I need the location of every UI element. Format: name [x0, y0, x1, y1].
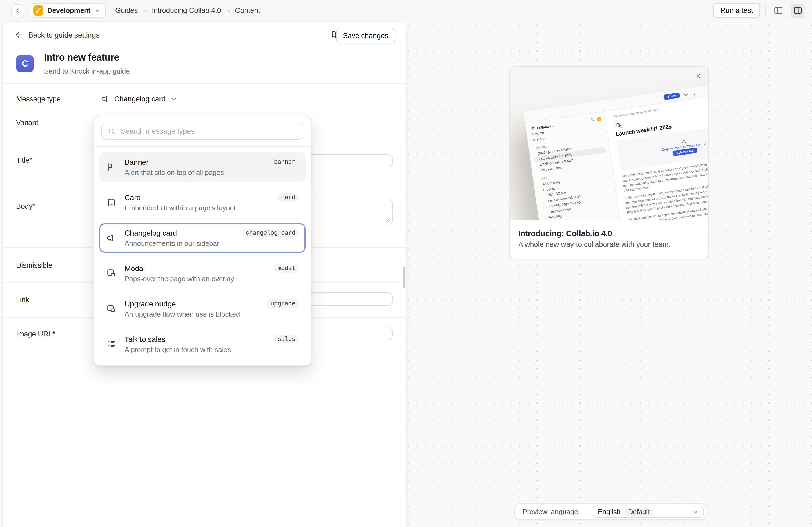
- mock-doc-icon: ✎: [614, 119, 623, 129]
- option-description: A prompt to get in touch with sales: [125, 346, 231, 353]
- panel-left-icon: [773, 5, 783, 16]
- chevron-down-icon: [692, 509, 699, 515]
- history-icon: [683, 92, 688, 96]
- back-chevron-button[interactable]: [11, 4, 24, 17]
- toolbar-divider: [765, 5, 766, 16]
- message-type-label: Message type: [16, 95, 61, 103]
- message-type-option-banner[interactable]: Banner Alert that sits on top of all pag…: [99, 152, 306, 182]
- option-description: Alert that sits on top of all pages: [125, 168, 224, 177]
- back-to-guide-settings-link[interactable]: Back to guide settings: [14, 31, 99, 39]
- overlay-icon: [106, 304, 117, 314]
- variant-label: Variant: [16, 119, 38, 127]
- search-input[interactable]: [120, 127, 298, 136]
- chevron-left-icon: [14, 7, 21, 14]
- card-icon: [106, 197, 117, 208]
- option-description: Announcements in our sidebar: [125, 239, 219, 247]
- app-window: Development Guides › Introducing Collab …: [0, 0, 812, 527]
- message-type-option-card[interactable]: Card Embedded UI within a page's layout …: [99, 188, 306, 217]
- git-branch-icon: [33, 5, 44, 16]
- option-title: Upgrade nudge: [125, 299, 240, 308]
- back-link-label: Back to guide settings: [28, 31, 99, 39]
- toggle-left-panel-button[interactable]: [771, 3, 785, 17]
- language-value: English: [598, 508, 621, 516]
- run-test-button[interactable]: Run a test: [713, 3, 760, 18]
- panel-right-icon: [793, 5, 802, 16]
- preview-card-subtitle: A whole new way to collaborate with your…: [518, 240, 700, 249]
- option-title: Changelog card: [125, 229, 219, 238]
- breadcrumb-guides[interactable]: Guides: [115, 6, 138, 15]
- image-url-field-label: Image URL*: [16, 330, 55, 338]
- message-type-option-changelog-card[interactable]: Changelog card Announcements in our side…: [99, 223, 306, 253]
- link-field-label: Link: [16, 296, 29, 304]
- bell-icon: [692, 91, 696, 95]
- language-default-badge: Default: [624, 508, 653, 516]
- option-description: Pops-over the page with an overlay: [125, 275, 234, 283]
- list-layout-icon: [106, 339, 117, 349]
- changelog-card-preview: Share CCollab.io⌄🔍+ ⌂Home ✉Inbox Favorit…: [509, 66, 709, 259]
- preview-language-label: Preview language: [523, 508, 578, 516]
- message-type-option-modal[interactable]: Modal Pops-over the page with an overlay…: [99, 259, 306, 288]
- upload-icon: [681, 138, 686, 144]
- option-code-badge: card: [278, 193, 299, 202]
- breadcrumb-separator-icon: ›: [144, 7, 146, 14]
- divider: [3, 83, 406, 84]
- environment-switcher[interactable]: Development: [31, 3, 105, 18]
- arrow-left-icon: [14, 31, 23, 39]
- body-field-label: Body*: [16, 202, 35, 210]
- option-description: An upgrade flow when use is blocked: [125, 310, 240, 318]
- mock-share-button: Share: [663, 92, 680, 100]
- message-type-value: Changelog card: [114, 95, 166, 103]
- chevron-down-icon: [171, 95, 178, 103]
- guide-avatar: C: [16, 55, 34, 73]
- title-field-label: Title*: [16, 156, 32, 164]
- option-description: Embedded UI within a page's layout: [125, 204, 236, 212]
- option-code-badge: upgrade: [267, 299, 299, 308]
- search-icon: [107, 127, 115, 135]
- option-title: Card: [125, 193, 236, 202]
- divider: [94, 146, 311, 147]
- option-code-badge: banner: [271, 158, 299, 166]
- preview-language-bar: Preview language English Default: [514, 503, 706, 520]
- message-type-dropdown: Banner Alert that sits on top of all pag…: [93, 116, 311, 366]
- megaphone-icon: [106, 233, 117, 243]
- scrollbar-thumb[interactable]: [403, 267, 405, 288]
- modal-icon: [106, 268, 117, 278]
- option-code-badge: changelog-card: [243, 229, 299, 237]
- message-type-option-upgrade-nudge[interactable]: Upgrade nudge An upgrade flow when use i…: [99, 294, 306, 323]
- top-bar: Development Guides › Introducing Collab …: [0, 0, 812, 21]
- option-title: Modal: [125, 264, 234, 273]
- close-button[interactable]: [694, 72, 702, 80]
- message-type-selector[interactable]: Changelog card: [101, 94, 178, 104]
- preview-card-title: Introducing: Collab.io 4.0: [518, 229, 700, 238]
- option-code-badge: sales: [274, 335, 299, 344]
- chevron-down-icon: [94, 7, 100, 13]
- dismissible-label: Dismissible: [16, 261, 52, 269]
- environment-label: Development: [47, 6, 90, 15]
- breadcrumb-content: Content: [235, 6, 260, 15]
- close-icon: [694, 72, 702, 80]
- message-type-option-talk-to-sales[interactable]: Talk to sales A prompt to get in touch w…: [99, 330, 306, 359]
- option-title: Banner: [125, 158, 224, 167]
- breadcrumb-guide-name[interactable]: Introducing Collab 4.0: [152, 6, 221, 15]
- message-type-search[interactable]: [102, 123, 303, 139]
- language-select[interactable]: English Default: [593, 506, 704, 518]
- preview-card-footer: Introducing: Collab.io 4.0 A whole new w…: [510, 220, 708, 259]
- option-code-badge: modal: [274, 264, 299, 273]
- megaphone-icon: [101, 94, 110, 104]
- resize-handle-icon[interactable]: [385, 218, 390, 223]
- page-title: Intro new feature: [44, 52, 119, 63]
- page-subtitle: Send to Knock in-app guide: [44, 67, 130, 75]
- option-title: Talk to sales: [125, 335, 231, 344]
- flag-icon: [106, 162, 117, 172]
- toggle-right-panel-button[interactable]: [791, 3, 804, 17]
- breadcrumb-separator-icon: ›: [227, 7, 229, 14]
- breadcrumb: Guides › Introducing Collab 4.0 › Conten…: [115, 6, 260, 15]
- save-changes-button[interactable]: Save changes: [336, 28, 395, 44]
